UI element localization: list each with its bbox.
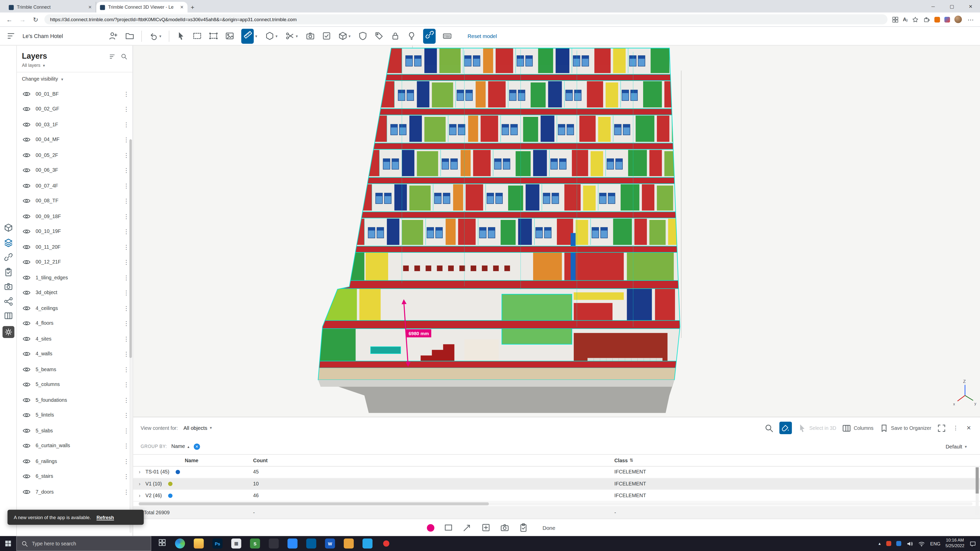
taskbar-app-icon[interactable]: ▦ — [231, 538, 241, 548]
markup-add-icon[interactable] — [481, 523, 491, 532]
visibility-eye-icon[interactable] — [22, 335, 30, 343]
layer-menu-icon[interactable]: ⋮ — [123, 243, 129, 250]
expand-chevron-icon[interactable]: › — [139, 481, 141, 487]
browser-menu-icon[interactable]: ⋯ — [966, 16, 975, 23]
visibility-eye-icon[interactable] — [22, 396, 30, 404]
markup-clipboard-icon[interactable] — [519, 523, 528, 532]
extension-orange-icon[interactable] — [934, 17, 940, 22]
image-markup-tool[interactable] — [225, 31, 234, 41]
visibility-eye-icon[interactable] — [22, 243, 30, 251]
visibility-eye-icon[interactable] — [22, 472, 30, 481]
tips-bulb-icon[interactable] — [407, 31, 416, 41]
views-camera-icon[interactable] — [3, 282, 13, 291]
layer-menu-icon[interactable]: ⋮ — [123, 396, 129, 403]
snapshot-camera-tool[interactable] — [305, 31, 315, 41]
layers-icon[interactable] — [3, 238, 13, 247]
undo-button[interactable]: ▼ — [148, 31, 162, 41]
layer-row[interactable]: 00_09_18F ⋮ — [17, 209, 132, 224]
layer-menu-icon[interactable]: ⋮ — [123, 351, 129, 357]
window-close-button[interactable]: ✕ — [961, 0, 980, 13]
section-tool[interactable]: ▼ — [285, 31, 299, 41]
visibility-eye-icon[interactable] — [22, 136, 30, 144]
visibility-eye-icon[interactable] — [22, 442, 30, 450]
table-row[interactable]: › TS-01 (45) 45 IFCELEMENT — [133, 467, 980, 478]
task-view-button[interactable] — [158, 538, 166, 549]
layer-menu-icon[interactable]: ⋮ — [123, 197, 129, 204]
scrollbar-thumb[interactable] — [139, 502, 489, 505]
layer-row[interactable]: 5_columns ⋮ — [17, 377, 132, 392]
layer-row[interactable]: 00_12_21F ⋮ — [17, 254, 132, 270]
new-tab-button[interactable]: + — [188, 2, 197, 12]
taskbar-app-icon[interactable] — [306, 538, 316, 548]
panel-close-icon[interactable]: ✕ — [965, 425, 972, 431]
split-screen-icon[interactable] — [892, 16, 899, 23]
clear-group-by-icon[interactable]: ✕ — [194, 443, 200, 449]
layers-filter-dropdown[interactable]: All layers▼ — [17, 61, 132, 72]
layer-row[interactable]: 4_floors ⋮ — [17, 316, 132, 331]
layer-row[interactable]: 00_03_1F ⋮ — [17, 117, 132, 132]
scrollbar-thumb[interactable] — [129, 139, 132, 358]
favorites-star-icon[interactable] — [912, 16, 919, 23]
markup-color-swatch[interactable] — [427, 524, 434, 531]
window-maximize-button[interactable]: ▢ — [942, 0, 961, 13]
layer-menu-icon[interactable]: ⋮ — [123, 442, 129, 449]
search-layers-icon[interactable] — [121, 53, 127, 60]
network-icon[interactable] — [918, 540, 925, 547]
refresh-button[interactable]: ↻ — [31, 16, 40, 23]
visibility-eye-icon[interactable] — [22, 273, 30, 282]
markup-arrow-icon[interactable] — [463, 523, 472, 532]
reset-model-button[interactable]: Reset model — [468, 33, 497, 39]
visibility-eye-icon[interactable] — [22, 197, 30, 205]
sort-layers-icon[interactable] — [109, 53, 116, 60]
fullscreen-icon[interactable] — [937, 423, 946, 433]
done-button[interactable]: Done — [542, 524, 555, 530]
lock-tool[interactable] — [391, 31, 400, 41]
layer-row[interactable]: 4_sites ⋮ — [17, 331, 132, 346]
view-content-dropdown[interactable]: All objects▼ — [183, 425, 213, 431]
back-button[interactable]: ← — [5, 16, 14, 23]
layer-menu-icon[interactable]: ⋮ — [123, 320, 129, 327]
visibility-eye-icon[interactable] — [22, 381, 30, 389]
column-header-count[interactable]: Count — [250, 457, 611, 463]
layer-menu-icon[interactable]: ⋮ — [123, 259, 129, 265]
layer-row[interactable]: 5_slabs ⋮ — [17, 423, 132, 438]
layer-menu-icon[interactable]: ⋮ — [123, 90, 129, 97]
todo-clipboard-icon[interactable] — [3, 267, 13, 276]
layer-menu-icon[interactable]: ⋮ — [123, 228, 129, 235]
extensions-puzzle-icon[interactable] — [923, 16, 930, 23]
model-viewport[interactable]: 6980 mm Z x y — [133, 46, 980, 417]
column-header-name[interactable]: Name — [133, 457, 250, 463]
notification-center-icon[interactable] — [969, 540, 976, 547]
profile-avatar[interactable] — [955, 16, 962, 23]
visibility-eye-icon[interactable] — [22, 488, 30, 496]
layer-row[interactable]: 00_01_BF ⋮ — [17, 86, 132, 102]
models-icon[interactable] — [3, 223, 13, 232]
visibility-eye-icon[interactable] — [22, 151, 30, 159]
keyboard-shortcuts-icon[interactable] — [442, 31, 452, 41]
visibility-eye-icon[interactable] — [22, 166, 30, 175]
browser-tab-2-active[interactable]: Trimble Connect 3D Viewer - Le ✕ — [96, 2, 188, 13]
select-in-3d-button[interactable]: Select in 3D — [797, 423, 836, 433]
tray-expand-icon[interactable]: ▲ — [878, 541, 881, 545]
layer-row[interactable]: 00_02_GF ⋮ — [17, 102, 132, 117]
taskbar-app-icon[interactable] — [344, 538, 354, 548]
layer-row[interactable]: 5_lintels ⋮ — [17, 408, 132, 423]
layer-menu-icon[interactable]: ⋮ — [123, 381, 129, 388]
layers-scrollbar[interactable] — [129, 139, 132, 533]
layer-menu-icon[interactable]: ⋮ — [123, 473, 129, 480]
expand-chevron-icon[interactable]: › — [139, 469, 141, 475]
taskbar-app-icon[interactable] — [194, 538, 204, 548]
start-button[interactable] — [0, 540, 16, 547]
marquee-select-tool[interactable] — [192, 31, 202, 41]
table-row[interactable]: › V1 (10) 10 IFCELEMENT — [133, 478, 980, 490]
read-aloud-icon[interactable]: A) — [903, 17, 907, 22]
taskbar-app-icon[interactable]: S — [250, 538, 260, 548]
layer-row[interactable]: 5_foundations ⋮ — [17, 392, 132, 408]
polygon-tool[interactable]: ▼ — [265, 31, 278, 41]
tray-app-red-icon[interactable] — [886, 541, 891, 546]
add-people-icon[interactable] — [109, 31, 118, 41]
layer-row[interactable]: 1_tiling_edges ⋮ — [17, 270, 132, 285]
search-icon[interactable] — [764, 423, 774, 433]
layer-menu-icon[interactable]: ⋮ — [123, 106, 129, 113]
taskbar-clock[interactable]: 10:16 AM5/25/2022 — [945, 538, 964, 549]
